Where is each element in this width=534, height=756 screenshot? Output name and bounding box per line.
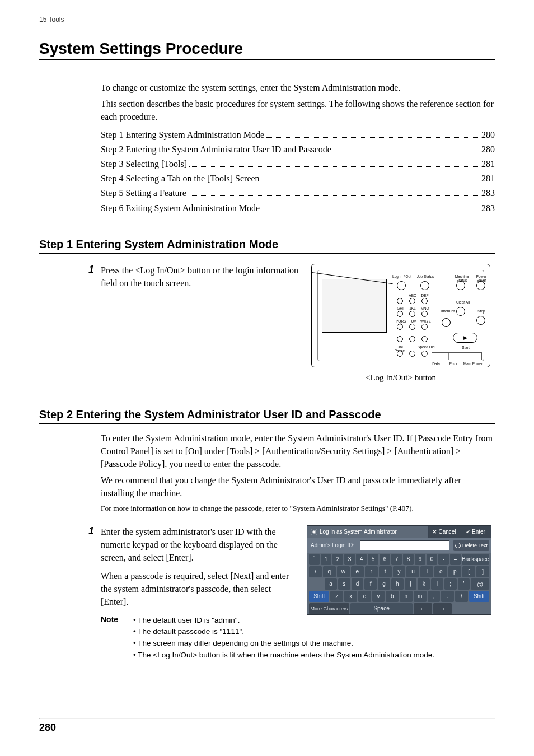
toc-row: Step 6 Exiting System Administration Mod…: [101, 202, 495, 214]
key[interactable]: 2: [332, 554, 343, 565]
key[interactable]: m: [414, 591, 427, 602]
keypad-8-button[interactable]: [409, 324, 415, 330]
key[interactable]: ,: [428, 591, 441, 602]
keypad-hash-button[interactable]: [421, 336, 428, 342]
key[interactable]: d: [352, 578, 364, 590]
key[interactable]: v: [372, 591, 385, 602]
shift-key-left[interactable]: Shift: [309, 591, 329, 602]
keypad-1-button[interactable]: [397, 298, 403, 304]
job-status-button[interactable]: [420, 281, 429, 290]
key[interactable]: y: [393, 566, 406, 577]
keypad-9-button[interactable]: [421, 324, 428, 330]
key[interactable]: \: [309, 566, 322, 577]
key[interactable]: l: [431, 578, 443, 590]
key[interactable]: 4: [356, 554, 367, 565]
interrupt-button[interactable]: [456, 307, 465, 316]
key[interactable]: k: [418, 578, 430, 590]
keypad-4-button[interactable]: [397, 311, 403, 317]
key[interactable]: r: [365, 566, 378, 577]
arrow-left-key[interactable]: ←: [414, 603, 432, 614]
toc-leader: [266, 131, 479, 137]
key[interactable]: a: [325, 578, 337, 590]
key[interactable]: /: [455, 591, 468, 602]
step2-ref: For more information on how to change th…: [101, 503, 495, 514]
status-error-label: Error: [447, 362, 460, 366]
key[interactable]: p: [448, 566, 461, 577]
key[interactable]: 0: [427, 554, 437, 565]
more-characters-key[interactable]: More Characters: [309, 603, 349, 614]
machine-status-button[interactable]: [456, 281, 465, 290]
keypad-5-button[interactable]: [409, 311, 415, 317]
keypad-6-button[interactable]: [421, 311, 428, 317]
key[interactable]: n: [400, 591, 413, 602]
keypad-0-button[interactable]: [409, 336, 415, 342]
key[interactable]: z: [330, 591, 343, 602]
key[interactable]: `: [309, 554, 320, 565]
key[interactable]: t: [379, 566, 392, 577]
key[interactable]: ]: [476, 566, 489, 577]
key[interactable]: h: [391, 578, 404, 590]
touchscreen[interactable]: [322, 279, 387, 333]
key[interactable]: =: [450, 554, 461, 565]
key[interactable]: 7: [391, 554, 402, 565]
key[interactable]: [: [462, 566, 475, 577]
delete-text-button[interactable]: Delete Text: [453, 540, 489, 551]
enter-button[interactable]: ✓ Enter: [460, 526, 491, 538]
key[interactable]: ': [458, 578, 470, 590]
key[interactable]: .: [441, 591, 454, 602]
key[interactable]: s: [338, 578, 350, 590]
key[interactable]: -: [438, 554, 449, 565]
login-dialog-title: Log in as System Administrator: [320, 529, 397, 535]
clear-c-button[interactable]: [409, 351, 415, 357]
speed-dial-button[interactable]: [421, 351, 428, 357]
key[interactable]: 5: [368, 554, 378, 565]
undo-icon: [454, 542, 462, 549]
panel-figure: Log In / Out Job Status Machine Status P…: [307, 264, 495, 382]
key[interactable]: q: [323, 566, 336, 577]
keypad-2-button[interactable]: [409, 298, 415, 304]
key[interactable]: j: [405, 578, 417, 590]
key[interactable]: g: [378, 578, 390, 590]
key[interactable]: x: [344, 591, 357, 602]
clear-all-button[interactable]: [442, 318, 451, 327]
keypad-7-button[interactable]: [397, 324, 403, 330]
footer-rule: [39, 718, 495, 719]
stop-button[interactable]: [476, 316, 485, 325]
key[interactable]: c: [358, 591, 371, 602]
key[interactable]: 6: [380, 554, 390, 565]
step2-step-p2: When a passcode is required, select [Nex…: [101, 570, 299, 609]
key[interactable]: f: [364, 578, 377, 590]
toc-leader: [334, 146, 479, 152]
key[interactable]: u: [406, 566, 419, 577]
login-id-label: Admin's Login ID:: [307, 538, 358, 553]
keypad-3-button[interactable]: [421, 298, 428, 304]
cancel-button[interactable]: ✕ Cancel: [428, 526, 460, 538]
arrow-right-key[interactable]: →: [433, 603, 452, 614]
keypad-star-button[interactable]: [397, 336, 403, 342]
shift-key-right[interactable]: Shift: [469, 591, 489, 602]
note-item: The screen may differ depending on the s…: [133, 638, 434, 650]
key[interactable]: o: [434, 566, 447, 577]
backspace-key[interactable]: Backspace: [462, 554, 489, 565]
at-key[interactable]: @: [471, 578, 489, 590]
power-saver-button[interactable]: [476, 281, 485, 290]
toc-label: Step 1 Entering System Administration Mo…: [101, 128, 264, 141]
space-key[interactable]: Space: [350, 603, 413, 614]
log-in-out-button[interactable]: [397, 281, 406, 290]
step1-text: Press the <Log In/Out> button or the log…: [101, 264, 307, 382]
login-id-input[interactable]: [360, 540, 449, 550]
key[interactable]: e: [351, 566, 364, 577]
toc-row: Step 3 Selecting [Tools] 281: [101, 157, 495, 170]
key[interactable]: w: [337, 566, 350, 577]
key[interactable]: i: [420, 566, 433, 577]
key[interactable]: ;: [444, 578, 457, 590]
key[interactable]: 9: [415, 554, 425, 565]
key[interactable]: 8: [403, 554, 414, 565]
h1-rule-thin: [39, 62, 495, 62]
start-button[interactable]: ▶: [453, 333, 477, 343]
key[interactable]: 3: [344, 554, 355, 565]
dial-pause-button[interactable]: [397, 351, 403, 357]
step2-p2: We recommend that you change the System …: [101, 474, 495, 500]
key[interactable]: b: [386, 591, 399, 602]
key[interactable]: 1: [321, 554, 331, 565]
